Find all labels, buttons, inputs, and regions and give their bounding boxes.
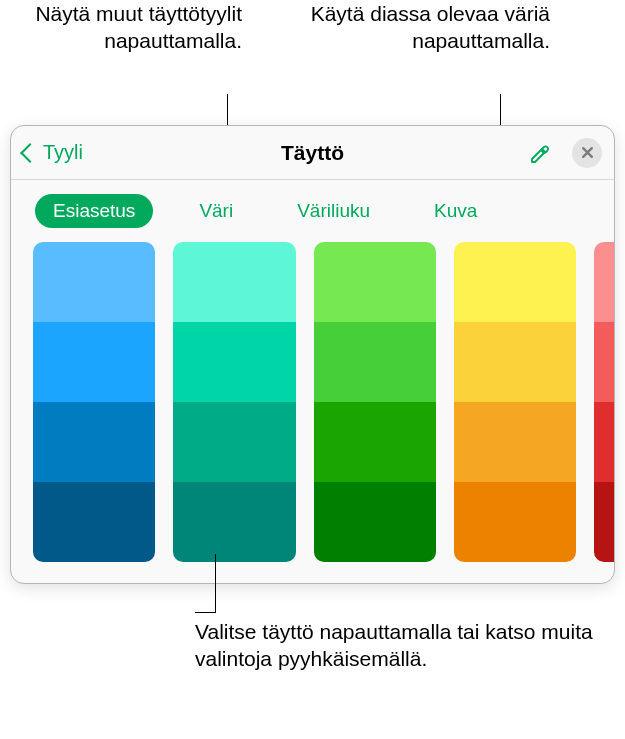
fill-panel: Tyyli Täyttö Esiasetus Väri Väriliuku Ku…	[10, 125, 615, 584]
eyedropper-button[interactable]	[528, 140, 554, 166]
chevron-left-icon	[20, 143, 40, 163]
back-label: Tyyli	[43, 141, 83, 164]
color-swatch[interactable]	[314, 482, 436, 562]
tab-image[interactable]: Kuva	[416, 194, 495, 228]
color-swatch[interactable]	[33, 402, 155, 482]
fill-type-tabs: Esiasetus Väri Väriliuku Kuva	[11, 180, 614, 242]
color-swatch[interactable]	[314, 402, 436, 482]
color-swatch[interactable]	[594, 322, 614, 402]
tab-gradient[interactable]: Väriliuku	[279, 194, 388, 228]
color-swatch[interactable]	[33, 322, 155, 402]
color-swatch[interactable]	[314, 322, 436, 402]
color-swatch[interactable]	[454, 402, 576, 482]
close-button[interactable]	[572, 138, 602, 168]
color-swatch[interactable]	[594, 402, 614, 482]
callout-eyedropper: Käytä diassa olevaa väriä napauttamalla.	[300, 0, 550, 55]
callout-swatches: Valitse täyttö napauttamalla tai katso m…	[195, 618, 615, 673]
color-swatch[interactable]	[173, 402, 295, 482]
swatch-column	[173, 242, 295, 562]
eyedropper-icon	[529, 141, 553, 165]
back-button[interactable]: Tyyli	[23, 141, 83, 164]
color-swatch[interactable]	[173, 322, 295, 402]
panel-titlebar: Tyyli Täyttö	[11, 126, 614, 180]
callout-fill-styles: Näytä muut täyttötyylit napauttamalla.	[0, 0, 250, 55]
swatch-column	[314, 242, 436, 562]
titlebar-right-tools	[528, 138, 602, 168]
callout-line	[215, 554, 216, 612]
color-swatch[interactable]	[33, 482, 155, 562]
swatch-grid[interactable]	[11, 242, 614, 562]
swatch-column	[33, 242, 155, 562]
tab-preset[interactable]: Esiasetus	[35, 194, 153, 228]
callout-line	[195, 612, 216, 613]
color-swatch[interactable]	[33, 242, 155, 322]
color-swatch[interactable]	[454, 482, 576, 562]
close-icon	[581, 146, 594, 159]
color-swatch[interactable]	[314, 242, 436, 322]
color-swatch[interactable]	[454, 242, 576, 322]
swatch-column	[454, 242, 576, 562]
color-swatch[interactable]	[594, 242, 614, 322]
tab-color[interactable]: Väri	[181, 194, 251, 228]
panel-title: Täyttö	[11, 141, 614, 165]
color-swatch[interactable]	[454, 322, 576, 402]
color-swatch[interactable]	[173, 242, 295, 322]
swatch-column	[594, 242, 614, 562]
color-swatch[interactable]	[594, 482, 614, 562]
color-swatch[interactable]	[173, 482, 295, 562]
